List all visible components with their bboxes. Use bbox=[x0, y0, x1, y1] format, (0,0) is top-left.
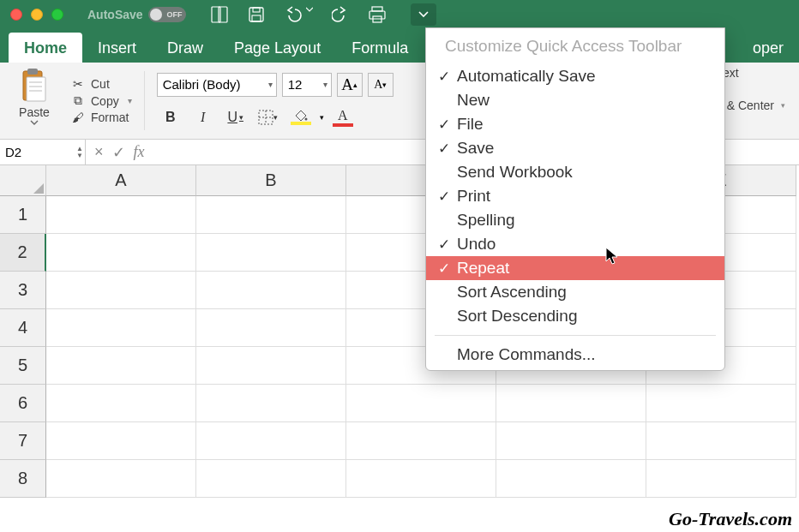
font-group: Calibri (Body)▾ 12▾ A▴ A▾ B I U▾ ▾ ▾ A bbox=[157, 66, 393, 135]
select-all-corner[interactable] bbox=[0, 165, 46, 196]
cell[interactable] bbox=[496, 385, 646, 422]
name-box[interactable]: D2 ▲▼ bbox=[0, 140, 86, 164]
confirm-formula-button[interactable]: ✓ bbox=[112, 143, 125, 162]
wrap-text-button[interactable]: Text bbox=[717, 66, 785, 80]
row-header[interactable]: 1 bbox=[0, 196, 46, 234]
row-header[interactable]: 7 bbox=[0, 422, 46, 460]
merge-center-button[interactable]: e & Center▾ bbox=[717, 99, 785, 112]
column-header-B[interactable]: B bbox=[196, 165, 346, 196]
tab-insert[interactable]: Insert bbox=[82, 33, 152, 63]
cell[interactable] bbox=[646, 385, 796, 422]
increase-font-button[interactable]: A▴ bbox=[337, 73, 363, 97]
cancel-formula-button[interactable]: × bbox=[94, 143, 104, 161]
cell[interactable] bbox=[646, 422, 796, 460]
cell[interactable] bbox=[496, 422, 646, 460]
underline-button[interactable]: U▾ bbox=[222, 105, 249, 129]
row-header[interactable]: 4 bbox=[0, 309, 46, 347]
qat-menu-item-new[interactable]: New bbox=[426, 88, 724, 112]
fill-color-button[interactable] bbox=[287, 105, 315, 129]
cell[interactable] bbox=[196, 385, 346, 422]
chevron-down-icon[interactable] bbox=[30, 119, 39, 126]
menu-item-label: Send Workbook bbox=[457, 163, 573, 182]
cell[interactable] bbox=[46, 234, 196, 272]
qat-menu-title: Customize Quick Access Toolbar bbox=[426, 28, 724, 64]
undo-icon[interactable] bbox=[284, 6, 313, 23]
row-header[interactable]: 2 bbox=[0, 234, 46, 272]
print-icon[interactable] bbox=[368, 6, 387, 23]
row-header[interactable]: 8 bbox=[0, 460, 46, 498]
tab-developer[interactable]: oper bbox=[737, 33, 799, 63]
cut-button[interactable]: ✂Cut bbox=[70, 77, 132, 91]
qat-menu-item-print[interactable]: ✓Print bbox=[426, 184, 724, 208]
font-color-button[interactable]: A bbox=[329, 105, 357, 129]
paste-button[interactable]: Paste bbox=[9, 66, 60, 135]
qat-menu-more-commands[interactable]: More Commands... bbox=[426, 343, 724, 367]
check-icon: ✓ bbox=[436, 260, 452, 278]
font-size-dropdown[interactable]: 12▾ bbox=[282, 73, 332, 97]
cell[interactable] bbox=[46, 385, 196, 422]
insert-function-button[interactable]: fx bbox=[134, 143, 145, 161]
cell[interactable] bbox=[46, 347, 196, 385]
menu-item-label: Save bbox=[457, 139, 494, 158]
cell[interactable] bbox=[46, 309, 196, 347]
cell[interactable] bbox=[46, 196, 196, 234]
cell[interactable] bbox=[496, 460, 646, 498]
redo-icon[interactable] bbox=[332, 6, 349, 23]
font-name-dropdown[interactable]: Calibri (Body)▾ bbox=[157, 73, 277, 97]
cell[interactable] bbox=[196, 422, 346, 460]
cell[interactable] bbox=[646, 460, 796, 498]
qat-menu-item-file[interactable]: ✓File bbox=[426, 112, 724, 136]
italic-button[interactable]: I bbox=[189, 105, 217, 129]
qat-menu-item-sort-ascending[interactable]: Sort Ascending bbox=[426, 280, 724, 304]
cell[interactable] bbox=[196, 196, 346, 234]
check-icon: ✓ bbox=[436, 188, 452, 206]
cell[interactable] bbox=[196, 272, 346, 309]
cell[interactable] bbox=[46, 272, 196, 309]
namebox-spinner[interactable]: ▲▼ bbox=[76, 146, 83, 159]
copy-button[interactable]: ⧉Copy▾ bbox=[70, 93, 132, 108]
cell[interactable] bbox=[196, 460, 346, 498]
autosave-toggle[interactable]: AutoSave OFF bbox=[87, 7, 186, 22]
qat-menu-item-sort-descending[interactable]: Sort Descending bbox=[426, 304, 724, 328]
column-header-A[interactable]: A bbox=[46, 165, 196, 196]
cell[interactable] bbox=[346, 460, 496, 498]
menu-item-label: Automatically Save bbox=[457, 67, 596, 86]
copy-icon: ⧉ bbox=[70, 93, 86, 108]
customize-qat-menu: Customize Quick Access Toolbar ✓Automati… bbox=[425, 27, 725, 371]
tab-page-layout[interactable]: Page Layout bbox=[219, 33, 336, 63]
file-icon[interactable] bbox=[210, 6, 229, 23]
menu-item-label: Sort Ascending bbox=[457, 283, 567, 302]
qat-menu-item-spelling[interactable]: Spelling bbox=[426, 208, 724, 232]
cell[interactable] bbox=[196, 309, 346, 347]
svg-rect-4 bbox=[252, 15, 261, 21]
tab-formulas[interactable]: Formula bbox=[336, 33, 424, 63]
tab-home[interactable]: Home bbox=[9, 33, 82, 63]
decrease-font-button[interactable]: A▾ bbox=[368, 73, 393, 97]
cell[interactable] bbox=[196, 347, 346, 385]
qat-menu-item-repeat[interactable]: ✓Repeat bbox=[426, 256, 724, 280]
borders-button[interactable]: ▾ bbox=[255, 105, 282, 129]
svg-point-17 bbox=[304, 117, 307, 120]
qat-menu-item-send-workbook[interactable]: Send Workbook bbox=[426, 160, 724, 184]
cell[interactable] bbox=[196, 234, 346, 272]
row-header[interactable]: 3 bbox=[0, 272, 46, 309]
qat-menu-item-save[interactable]: ✓Save bbox=[426, 136, 724, 160]
cell[interactable] bbox=[46, 422, 196, 460]
autosave-switch[interactable]: OFF bbox=[148, 7, 186, 22]
window-zoom-button[interactable] bbox=[51, 9, 63, 21]
save-icon[interactable] bbox=[248, 6, 265, 23]
qat-menu-item-undo[interactable]: ✓Undo bbox=[426, 232, 724, 256]
cell[interactable] bbox=[46, 460, 196, 498]
customize-qat-dropdown-button[interactable] bbox=[411, 3, 436, 26]
window-minimize-button[interactable] bbox=[31, 9, 43, 21]
tab-draw[interactable]: Draw bbox=[152, 33, 219, 63]
window-close-button[interactable] bbox=[10, 9, 22, 21]
row-header[interactable]: 6 bbox=[0, 385, 46, 422]
qat-menu-item-automatically-save[interactable]: ✓Automatically Save bbox=[426, 64, 724, 88]
format-painter-button[interactable]: 🖌Format bbox=[70, 111, 132, 124]
cell[interactable] bbox=[346, 422, 496, 460]
bold-button[interactable]: B bbox=[157, 105, 184, 129]
cell[interactable] bbox=[346, 385, 496, 422]
fill-color-swatch bbox=[291, 122, 311, 125]
row-header[interactable]: 5 bbox=[0, 347, 46, 385]
